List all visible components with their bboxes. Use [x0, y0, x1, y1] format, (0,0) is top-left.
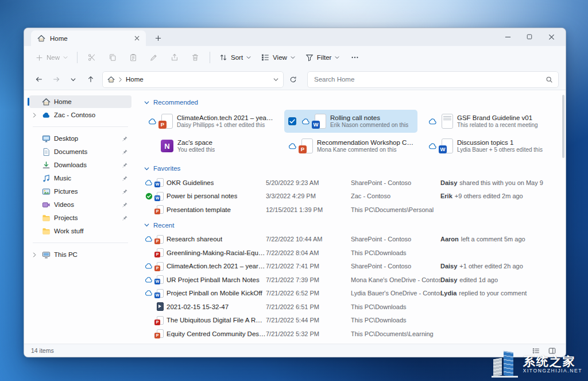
table-row[interactable]: WUR Project Pinball March Notes 7/21/202…	[144, 273, 555, 287]
file-name: Greenlining-Making-Racial-Equity-Rea...	[167, 249, 266, 256]
table-row[interactable]: PClimateAction.tech 2021 – year in revie…	[144, 260, 555, 274]
favorites-table: WOKR Guidelines 5/20/2022 9:23 AM ShareP…	[144, 176, 555, 217]
table-row[interactable]: WPower bi personal notes 3/3/2022 4:29 P…	[144, 190, 555, 203]
videos-icon	[41, 201, 51, 209]
cloud-icon	[144, 263, 153, 269]
chevron-down-icon[interactable]	[144, 101, 149, 105]
pin-icon	[121, 162, 129, 168]
vertical-scrollbar[interactable]	[562, 95, 564, 158]
file-name: Presentation template	[167, 206, 231, 213]
table-row[interactable]: PEquity Centred Community Design 7/21/20…	[144, 327, 555, 341]
close-button[interactable]	[540, 28, 562, 45]
view-button[interactable]: View	[257, 49, 300, 66]
search-icon[interactable]	[546, 76, 553, 83]
copy-button[interactable]	[103, 49, 122, 66]
sidebar-item-pictures[interactable]: Pictures	[29, 185, 131, 198]
delete-button[interactable]	[185, 49, 205, 66]
sidebar-item-label: Home	[54, 98, 129, 105]
recent-table: PResearch shareout 7/22/2022 10:44 AM Sh…	[144, 233, 555, 341]
home-icon	[37, 34, 45, 43]
new-button[interactable]: New	[31, 49, 72, 66]
section-header-recommended[interactable]: Recommended	[144, 97, 555, 107]
filter-button[interactable]: Filter	[301, 49, 345, 66]
cloud-icon	[288, 143, 297, 149]
rename-button[interactable]	[144, 49, 164, 66]
sidebar-separator	[33, 126, 128, 127]
tab-bar: Home	[24, 28, 566, 46]
file-location: This PC\Downloads	[351, 303, 440, 310]
chevron-right-icon[interactable]	[31, 113, 38, 118]
checkbox-checked-icon[interactable]	[288, 117, 297, 125]
table-row[interactable]: PResearch shareout 7/22/2022 10:44 AM Sh…	[144, 233, 555, 247]
sidebar-item-music[interactable]: Music	[29, 172, 131, 184]
file-activity: You edited this	[177, 147, 215, 153]
table-row[interactable]: PGreenlining-Making-Racial-Equity-Rea...…	[144, 246, 555, 260]
plus-icon	[36, 54, 43, 61]
synced-check-icon	[144, 193, 153, 200]
maximize-button[interactable]	[519, 28, 540, 45]
search-box[interactable]	[307, 71, 559, 88]
share-button[interactable]	[165, 49, 184, 66]
sort-button[interactable]: Sort	[215, 49, 256, 66]
file-title: Recommendation Workshop Content	[317, 139, 414, 146]
activity-person: Lydia	[440, 290, 457, 297]
powerpoint-file-icon: P	[301, 138, 313, 153]
chevron-down-icon[interactable]	[144, 167, 149, 171]
chevron-down-icon	[291, 56, 295, 59]
file-card-selected[interactable]: W Rolling call notesErik Nason commented…	[284, 110, 417, 133]
table-row[interactable]: 2021-02-15 15-32-47 7/21/2022 6:51 PM Th…	[144, 300, 555, 314]
table-row[interactable]: PPresentation template 12/15/2021 1:39 P…	[144, 203, 555, 217]
sidebar-item-work-stuff[interactable]: Work stuff	[29, 225, 131, 237]
paste-button[interactable]	[123, 49, 143, 66]
chevron-down-icon[interactable]	[144, 223, 149, 227]
new-tab-button[interactable]	[150, 31, 165, 45]
sidebar-item-onedrive[interactable]: Zac - Contoso	[29, 109, 131, 121]
breadcrumb[interactable]: Home	[102, 71, 284, 88]
file-card[interactable]: P Recommendation Workshop ContentMona Ka…	[284, 134, 417, 157]
file-card[interactable]: GSF Brand Guideline v01This related to a…	[424, 110, 558, 133]
more-options-button[interactable]	[345, 49, 365, 66]
sidebar-item-this-pc[interactable]: This PC	[29, 248, 131, 261]
section-header-favorites[interactable]: Favorites	[144, 163, 555, 174]
file-card[interactable]: P ClimateAction.tech 2021 – year in...Da…	[144, 110, 277, 133]
file-card[interactable]: N Zac's spaceYou edited this	[144, 134, 277, 157]
sidebar-item-downloads[interactable]: Downloads	[29, 159, 131, 171]
forward-button[interactable]	[48, 72, 64, 87]
sidebar-item-home[interactable]: Home	[29, 95, 131, 108]
activity-text: shared this with you on May 9	[459, 179, 543, 186]
activity-text: edited 1d ago	[459, 276, 498, 283]
tab-close-icon[interactable]	[131, 33, 142, 44]
search-input[interactable]	[313, 75, 542, 83]
recent-locations-button[interactable]	[65, 72, 81, 87]
sidebar-item-projects[interactable]: Projects	[29, 211, 131, 224]
sidebar-item-desktop[interactable]: Desktop	[29, 132, 131, 145]
file-title: Zac's space	[177, 139, 215, 146]
tab-home[interactable]: Home	[31, 30, 146, 46]
minimize-button[interactable]	[497, 28, 519, 45]
file-name: Equity Centred Community Design	[167, 330, 266, 337]
file-location: SharePoint - Contoso	[351, 236, 440, 243]
table-row[interactable]: WProject Pinball on Mobile KickOff 7/21/…	[144, 287, 555, 301]
chevron-right-icon	[118, 77, 122, 82]
sidebar-item-documents[interactable]: Documents	[29, 145, 131, 158]
activity-person: Aaron	[440, 236, 459, 243]
up-button[interactable]	[83, 72, 98, 87]
sidebar-item-videos[interactable]: Videos	[29, 198, 131, 211]
cloud-icon	[144, 290, 153, 296]
items-view: Recommended P ClimateAction.tech 2021 – …	[135, 90, 566, 344]
table-row[interactable]: PThe Ubiquitous Digital File A Review o.…	[144, 314, 555, 328]
table-row[interactable]: WOKR Guidelines 5/20/2022 9:23 AM ShareP…	[144, 176, 555, 190]
chevron-right-icon[interactable]	[31, 252, 38, 257]
refresh-button[interactable]	[285, 72, 301, 87]
file-card[interactable]: W Discussion topics 1Lydia Bauer + 5 oth…	[424, 134, 558, 157]
file-activity: Daisy Phillipps +1 other edited this	[177, 122, 274, 128]
view-button-label: View	[273, 54, 287, 61]
toolbar-separator	[210, 52, 210, 63]
activity-person: Daisy	[440, 276, 457, 283]
breadcrumb-location[interactable]: Home	[126, 76, 144, 83]
file-name: Power bi personal notes	[167, 193, 237, 199]
section-header-recent[interactable]: Recent	[144, 220, 555, 230]
address-dropdown-icon[interactable]	[273, 78, 278, 82]
back-button[interactable]	[31, 72, 47, 87]
cut-button[interactable]	[82, 49, 102, 66]
